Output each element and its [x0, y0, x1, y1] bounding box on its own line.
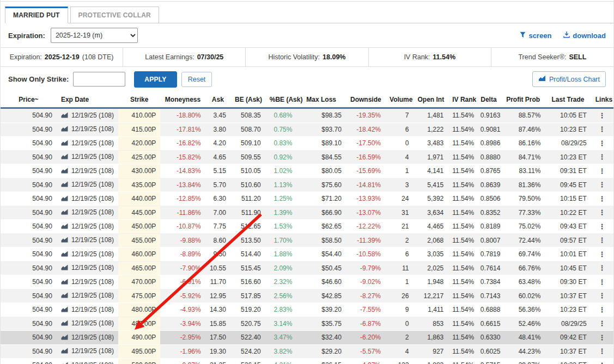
kebab-menu-icon[interactable]: ⋮	[599, 250, 606, 258]
col-header-volume[interactable]: Volume	[385, 91, 413, 108]
col-header-pbe-ask[interactable]: %BE (Ask)	[265, 91, 297, 108]
row-links-menu[interactable]: ⋮	[591, 150, 613, 164]
mini-chart-icon[interactable]	[61, 223, 68, 231]
col-header-moneyness[interactable]: Moneyness	[160, 91, 205, 108]
kebab-menu-icon[interactable]: ⋮	[599, 208, 606, 217]
table-row[interactable]: 504.9012/19/25 (108)445.00P-11.86%7.0051…	[1, 206, 613, 220]
table-row[interactable]: 504.9012/19/25 (108)415.00P-17.81%3.8050…	[1, 122, 613, 137]
mini-chart-icon[interactable]	[61, 112, 68, 120]
table-row[interactable]: 504.9012/19/25 (108)450.00P-10.87%7.7551…	[1, 220, 613, 234]
table-row[interactable]: 504.9012/19/25 (108)500.00P-0.97%21.2552…	[1, 359, 613, 364]
row-links-menu[interactable]: ⋮	[591, 164, 613, 178]
row-links-menu[interactable]: ⋮	[591, 331, 613, 345]
kebab-menu-icon[interactable]: ⋮	[599, 306, 606, 314]
mini-chart-icon[interactable]	[61, 320, 68, 328]
row-links-menu[interactable]: ⋮	[591, 122, 613, 137]
row-links-menu[interactable]: ⋮	[591, 344, 613, 359]
table-row[interactable]: 504.9012/19/25 (108)485.00P-3.94%15.8552…	[1, 317, 613, 331]
apply-button[interactable]: APPLY	[134, 71, 177, 88]
profit-loss-chart-button[interactable]: Profit/Loss Chart	[532, 71, 606, 87]
reset-button[interactable]: Reset	[181, 72, 212, 87]
mini-chart-icon[interactable]	[61, 292, 68, 300]
row-links-menu[interactable]: ⋮	[591, 275, 613, 289]
mini-chart-icon[interactable]	[61, 348, 68, 355]
table-row[interactable]: 504.9012/19/25 (108)495.00P-1.96%19.3052…	[1, 344, 613, 359]
mini-chart-icon[interactable]	[61, 168, 68, 175]
table-row[interactable]: 504.9012/19/25 (108)460.00P-8.89%9.50514…	[1, 248, 613, 262]
col-header-strike[interactable]: Strike	[118, 91, 160, 108]
mini-chart-icon[interactable]	[61, 306, 68, 314]
kebab-menu-icon[interactable]: ⋮	[599, 361, 606, 364]
kebab-menu-icon[interactable]: ⋮	[599, 319, 606, 328]
kebab-menu-icon[interactable]: ⋮	[599, 181, 606, 189]
table-row[interactable]: 504.9012/19/25 (108)410.00P-18.80%3.4550…	[1, 108, 613, 123]
col-header-downside[interactable]: Downside	[346, 91, 385, 108]
mini-chart-icon[interactable]	[61, 126, 68, 133]
row-links-menu[interactable]: ⋮	[591, 108, 613, 123]
row-links-menu[interactable]: ⋮	[591, 261, 613, 275]
table-row[interactable]: 504.9012/19/25 (108)425.00P-15.82%4.6550…	[1, 150, 613, 164]
col-header-iv-rank[interactable]: IV Rank	[448, 91, 476, 108]
kebab-menu-icon[interactable]: ⋮	[599, 264, 606, 272]
row-links-menu[interactable]: ⋮	[591, 359, 613, 364]
mini-chart-icon[interactable]	[61, 334, 68, 342]
mini-chart-icon[interactable]	[61, 181, 68, 189]
kebab-menu-icon[interactable]: ⋮	[599, 292, 606, 300]
table-row[interactable]: 504.9012/19/25 (108)490.00P-2.95%17.5052…	[1, 331, 613, 345]
mini-chart-icon[interactable]	[61, 195, 68, 203]
col-header-last-trade[interactable]: Last Trade	[545, 91, 591, 108]
mini-chart-icon[interactable]	[61, 279, 68, 286]
col-header-price[interactable]: Price~	[1, 91, 57, 108]
row-links-menu[interactable]: ⋮	[591, 317, 613, 331]
kebab-menu-icon[interactable]: ⋮	[599, 236, 606, 244]
kebab-menu-icon[interactable]: ⋮	[599, 278, 606, 286]
kebab-menu-icon[interactable]: ⋮	[599, 347, 606, 355]
row-links-menu[interactable]: ⋮	[591, 303, 613, 317]
table-row[interactable]: 504.9012/19/25 (108)480.00P-4.93%14.3051…	[1, 303, 613, 317]
col-header-open-int[interactable]: Open Int	[413, 91, 448, 108]
table-row[interactable]: 504.9012/19/25 (108)475.00P-5.92%12.9551…	[1, 289, 613, 303]
tab-married-put[interactable]: MARRIED PUT	[5, 7, 68, 23]
tab-protective-collar[interactable]: PROTECTIVE COLLAR	[70, 7, 159, 23]
kebab-menu-icon[interactable]: ⋮	[599, 153, 606, 161]
table-row[interactable]: 504.9012/19/25 (108)430.00P-14.83%5.1551…	[1, 164, 613, 178]
expiration-select[interactable]: 2025-12-19 (m)	[51, 28, 138, 43]
row-links-menu[interactable]: ⋮	[591, 220, 613, 234]
row-links-menu[interactable]: ⋮	[591, 178, 613, 192]
kebab-menu-icon[interactable]: ⋮	[599, 125, 606, 133]
col-header-delta[interactable]: Delta	[476, 91, 501, 108]
col-header-ask[interactable]: Ask	[205, 91, 230, 108]
kebab-menu-icon[interactable]: ⋮	[599, 167, 606, 175]
table-row[interactable]: 504.9012/19/25 (108)420.00P-16.82%4.2050…	[1, 137, 613, 151]
row-links-menu[interactable]: ⋮	[591, 206, 613, 220]
row-links-menu[interactable]: ⋮	[591, 192, 613, 206]
mini-chart-icon[interactable]	[61, 362, 68, 364]
col-header-links[interactable]: Links	[591, 91, 613, 108]
kebab-menu-icon[interactable]: ⋮	[599, 112, 606, 120]
table-row[interactable]: 504.9012/19/25 (108)435.00P-13.84%5.7051…	[1, 178, 613, 192]
mini-chart-icon[interactable]	[61, 264, 68, 272]
col-header-profit-prob[interactable]: Profit Prob	[501, 91, 545, 108]
mini-chart-icon[interactable]	[61, 209, 68, 217]
mini-chart-icon[interactable]	[61, 237, 68, 244]
table-row[interactable]: 504.9012/19/25 (108)470.00P-6.91%11.7051…	[1, 275, 613, 289]
mini-chart-icon[interactable]	[61, 251, 68, 258]
col-header-exp-date[interactable]: Exp Date	[57, 91, 118, 108]
row-links-menu[interactable]: ⋮	[591, 289, 613, 303]
col-header-be-ask[interactable]: BE (Ask)	[230, 91, 265, 108]
table-row[interactable]: 504.9012/19/25 (108)465.00P-7.90%10.5551…	[1, 261, 613, 275]
col-header-max-loss[interactable]: Max Loss	[296, 91, 346, 108]
strike-filter-input[interactable]	[73, 72, 125, 87]
download-button[interactable]: download	[563, 31, 606, 40]
table-row[interactable]: 504.9012/19/25 (108)455.00P-9.88%8.60513…	[1, 233, 613, 248]
kebab-menu-icon[interactable]: ⋮	[599, 139, 606, 147]
kebab-menu-icon[interactable]: ⋮	[599, 195, 606, 203]
row-links-menu[interactable]: ⋮	[591, 137, 613, 151]
row-links-menu[interactable]: ⋮	[591, 248, 613, 262]
row-links-menu[interactable]: ⋮	[591, 233, 613, 248]
table-row[interactable]: 504.9012/19/25 (108)440.00P-12.85%6.3051…	[1, 192, 613, 206]
mini-chart-icon[interactable]	[61, 140, 68, 147]
screen-button[interactable]: screen	[520, 32, 551, 40]
mini-chart-icon[interactable]	[61, 153, 68, 161]
kebab-menu-icon[interactable]: ⋮	[599, 223, 606, 231]
